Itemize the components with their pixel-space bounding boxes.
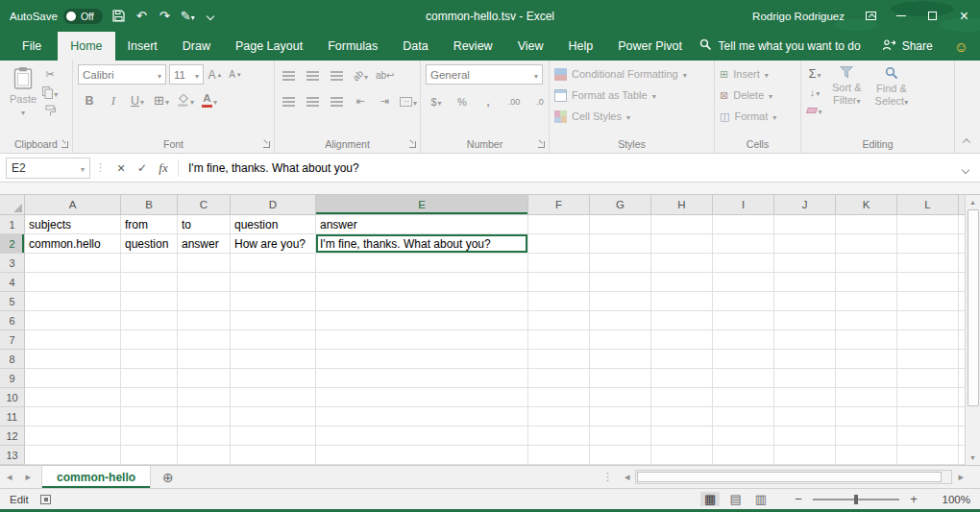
cell-L7[interactable]: [897, 330, 959, 350]
percent-format-button[interactable]: %: [453, 92, 471, 110]
cell-E8[interactable]: [316, 350, 528, 369]
cell-E2[interactable]: I'm fine, thanks. What about you?: [316, 234, 528, 254]
cell-K5[interactable]: [836, 292, 897, 311]
cell-K12[interactable]: [836, 427, 897, 446]
cell-L10[interactable]: [897, 388, 959, 407]
tab-formulas[interactable]: Formulas: [315, 32, 390, 61]
alignment-dialog-launcher[interactable]: [408, 140, 417, 149]
cell-A5[interactable]: [25, 292, 121, 311]
cell-L2[interactable]: [897, 234, 959, 254]
scroll-down-arrow-icon[interactable]: ▼: [966, 451, 980, 465]
cell-B10[interactable]: [121, 388, 178, 407]
autosave-toggle[interactable]: AutoSave Off: [10, 9, 103, 24]
cell-J4[interactable]: [774, 273, 836, 292]
cell-J3[interactable]: [774, 254, 836, 273]
column-header-I[interactable]: I: [713, 195, 774, 214]
cell-C3[interactable]: [178, 254, 231, 273]
horizontal-scrollbar[interactable]: ⋮ ◂ ▸: [602, 470, 967, 484]
collapse-ribbon-icon[interactable]: [960, 135, 973, 147]
cell-D2[interactable]: How are you?: [231, 234, 316, 254]
cell-G7[interactable]: [590, 330, 651, 350]
cell-G2[interactable]: [590, 234, 651, 254]
cell-C2[interactable]: answer: [178, 234, 231, 254]
cell-B12[interactable]: [121, 427, 178, 446]
maximize-button[interactable]: [917, 0, 948, 32]
cell-H6[interactable]: [651, 311, 713, 330]
cell-G1[interactable]: [590, 215, 651, 234]
feedback-smiley-icon[interactable]: ☺: [954, 38, 968, 55]
zoom-slider[interactable]: [813, 499, 899, 500]
horizontal-scroll-thumb[interactable]: [637, 472, 941, 482]
cell-K7[interactable]: [836, 330, 897, 350]
row-header-2[interactable]: 2: [0, 234, 25, 254]
undo-icon[interactable]: ↶: [135, 6, 149, 27]
tab-home[interactable]: Home: [58, 32, 114, 61]
font-name-combobox[interactable]: Calibri: [78, 64, 166, 85]
cell-D6[interactable]: [231, 311, 316, 330]
cell-L11[interactable]: [897, 407, 959, 427]
cell-H2[interactable]: [651, 234, 713, 254]
cell-L4[interactable]: [897, 273, 959, 292]
cell-I13[interactable]: [713, 446, 774, 465]
cell-J5[interactable]: [774, 292, 836, 311]
cell-E5[interactable]: [316, 292, 528, 311]
row-header-3[interactable]: 3: [0, 254, 25, 273]
cell-E11[interactable]: [316, 407, 528, 427]
increase-decimal-button[interactable]: .00: [505, 92, 523, 110]
cell-E9[interactable]: [316, 369, 528, 388]
zoom-in-icon[interactable]: +: [907, 492, 920, 506]
cell-I8[interactable]: [713, 350, 774, 369]
cell-E4[interactable]: [316, 273, 528, 292]
cell-F10[interactable]: [528, 388, 590, 407]
cell-D8[interactable]: [231, 350, 316, 369]
vertical-scrollbar[interactable]: ▲ ▼: [965, 195, 980, 465]
clear-button[interactable]: [806, 101, 823, 119]
cell-F6[interactable]: [528, 311, 590, 330]
decrease-indent-icon[interactable]: ⇤: [352, 92, 369, 110]
cell-I11[interactable]: [713, 407, 774, 427]
cell-G9[interactable]: [590, 369, 651, 388]
number-format-combobox[interactable]: General: [426, 64, 543, 85]
cell-H11[interactable]: [651, 407, 713, 427]
cell-C13[interactable]: [178, 446, 231, 465]
align-center-icon[interactable]: [304, 92, 321, 110]
align-right-icon[interactable]: [328, 92, 345, 110]
cell-B4[interactable]: [121, 273, 178, 292]
row-header-13[interactable]: 13: [0, 446, 25, 465]
cell-C1[interactable]: to: [178, 215, 231, 234]
cell-G13[interactable]: [590, 446, 651, 465]
cell-B5[interactable]: [121, 292, 178, 311]
format-cells-button[interactable]: ◫ Format: [720, 106, 796, 127]
cell-G12[interactable]: [590, 427, 651, 446]
cell-G8[interactable]: [590, 350, 651, 369]
cell-K9[interactable]: [836, 369, 897, 388]
tab-power-pivot[interactable]: Power Pivot: [605, 32, 695, 61]
cell-B9[interactable]: [121, 369, 178, 388]
row-header-8[interactable]: 8: [0, 350, 25, 369]
row-header-9[interactable]: 9: [0, 369, 25, 388]
tab-view[interactable]: View: [505, 32, 556, 61]
merge-center-button[interactable]: [400, 92, 417, 110]
font-size-combobox[interactable]: 11: [169, 64, 204, 85]
cell-K1[interactable]: [836, 215, 897, 234]
cell-K2[interactable]: [836, 234, 897, 254]
row-header-12[interactable]: 12: [0, 427, 25, 446]
zoom-slider-thumb[interactable]: [854, 495, 858, 504]
cell-H5[interactable]: [651, 292, 713, 311]
cell-A4[interactable]: [25, 273, 121, 292]
sheet-nav-left-icon[interactable]: ◂: [0, 471, 19, 483]
cell-G3[interactable]: [590, 254, 651, 273]
cell-L9[interactable]: [897, 369, 959, 388]
cell-J9[interactable]: [774, 369, 836, 388]
cell-C4[interactable]: [178, 273, 231, 292]
normal-view-icon[interactable]: ▦: [700, 492, 720, 506]
cell-F11[interactable]: [528, 407, 590, 427]
hscroll-left-arrow-icon[interactable]: ◂: [622, 471, 633, 483]
pen-mode-icon[interactable]: ✎: [181, 6, 195, 27]
hscroll-right-arrow-icon[interactable]: ▸: [955, 471, 967, 483]
cell-I12[interactable]: [713, 427, 774, 446]
cell-K3[interactable]: [836, 254, 897, 273]
cell-G11[interactable]: [590, 407, 651, 427]
cell-F3[interactable]: [528, 254, 590, 273]
cell-A1[interactable]: subjects: [25, 215, 121, 234]
